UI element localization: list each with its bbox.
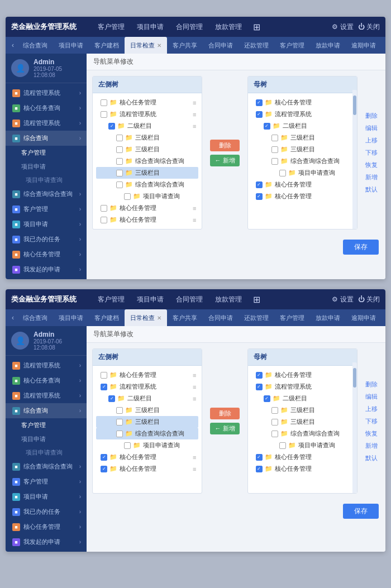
tab-close-icon[interactable]: ✕ bbox=[157, 315, 161, 321]
tab-item[interactable]: 还款管理 bbox=[239, 37, 274, 54]
right-action-恢复[interactable]: 恢复 bbox=[365, 428, 378, 439]
right-action-默认[interactable]: 默认 bbox=[365, 453, 378, 463]
tree-item-left-2[interactable]: ✓ 📁 二级栏目 ≡ bbox=[96, 120, 198, 132]
tree-checkbox[interactable]: ✓ bbox=[101, 454, 107, 461]
tab-item[interactable]: 客户管理 bbox=[274, 37, 310, 54]
tree-item-left-5[interactable]: 📁 综合查询综合查询 bbox=[96, 428, 198, 439]
sidebar-sub-item[interactable]: 项目申请 bbox=[6, 432, 87, 446]
tree-checkbox-right[interactable] bbox=[271, 407, 278, 414]
tree-item-left-1[interactable]: 📁 流程管理系统 ≡ bbox=[96, 108, 198, 120]
tree-item-left-10[interactable]: 📁 核心任务管理 ≡ bbox=[96, 214, 198, 226]
tree-item-right-5[interactable]: 📁 综合查询综合查询 bbox=[251, 428, 354, 439]
right-action-编辑[interactable]: 编辑 bbox=[365, 391, 378, 402]
sidebar-sub-item[interactable]: 客户管理 bbox=[6, 146, 87, 160]
tab-item[interactable]: 项目申请 bbox=[382, 37, 385, 54]
top-nav-item[interactable]: 放款管理 bbox=[209, 289, 247, 309]
tab-item[interactable]: 合同申请 bbox=[203, 37, 239, 54]
tab-item[interactable]: 放款申请 bbox=[310, 309, 346, 326]
grid-menu-icon[interactable]: ⊞ bbox=[249, 22, 265, 32]
right-action-新增[interactable]: 新增 bbox=[365, 172, 378, 183]
sidebar-menu-item[interactable]: ■ 流程管理系统 › bbox=[6, 358, 87, 373]
tree-checkbox-right[interactable]: ✓ bbox=[256, 454, 263, 461]
tree-checkbox-right[interactable]: ✓ bbox=[264, 395, 270, 402]
tree-item-right-8[interactable]: ✓ 📁 核心任务管理 bbox=[251, 190, 354, 202]
tree-item-left-4[interactable]: 📁 三级栏目 bbox=[96, 144, 198, 155]
tree-checkbox[interactable] bbox=[116, 146, 123, 153]
menu-icon[interactable]: ≡ bbox=[193, 99, 196, 106]
tree-checkbox[interactable] bbox=[124, 193, 131, 200]
tree-item-left-4[interactable]: 📁 三级栏目 bbox=[96, 416, 198, 428]
tree-checkbox-right[interactable] bbox=[279, 170, 286, 176]
tree-checkbox[interactable] bbox=[116, 431, 123, 437]
tree-item-left-2[interactable]: ✓ 📁 二级栏目 ≡ bbox=[96, 393, 198, 404]
tree-checkbox[interactable] bbox=[116, 158, 123, 165]
tree-item-right-0[interactable]: ✓ 📁 核心任务管理 bbox=[251, 97, 354, 108]
sidebar-menu-item[interactable]: ■ 综合查询 › bbox=[6, 403, 87, 418]
tree-checkbox[interactable] bbox=[124, 442, 131, 449]
tree-checkbox[interactable] bbox=[101, 111, 107, 118]
sidebar-menu-item[interactable]: ■ 综合查询 › bbox=[6, 131, 87, 146]
menu-icon[interactable]: ≡ bbox=[193, 123, 196, 130]
tree-item-right-7[interactable]: ✓ 📁 核心任务管理 bbox=[251, 179, 354, 190]
tab-item[interactable]: 日常检查✕ bbox=[125, 309, 167, 326]
tab-item[interactable]: 综合查询 bbox=[17, 309, 53, 326]
tab-close-icon[interactable]: ✕ bbox=[157, 42, 161, 49]
tree-checkbox-right[interactable]: ✓ bbox=[256, 99, 263, 106]
tree-checkbox[interactable] bbox=[101, 99, 107, 106]
tree-item-left-3[interactable]: 📁 三级栏目 bbox=[96, 132, 198, 144]
tree-item-left-3[interactable]: 📁 三级栏目 bbox=[96, 404, 198, 416]
tree-checkbox[interactable] bbox=[101, 217, 107, 223]
save-button[interactable]: 保存 bbox=[343, 504, 379, 519]
tab-item[interactable]: 客户建档 bbox=[89, 37, 125, 54]
tree-item-left-0[interactable]: 📁 核心任务管理 ≡ bbox=[96, 369, 198, 381]
menu-icon[interactable]: ≡ bbox=[193, 395, 196, 402]
menu-icon[interactable]: ≡ bbox=[193, 384, 196, 390]
tree-item-left-8[interactable]: ✓ 📁 核心任务管理 ≡ bbox=[96, 463, 198, 475]
tree-checkbox-right[interactable] bbox=[271, 419, 278, 426]
tree-checkbox[interactable] bbox=[101, 372, 107, 379]
tree-checkbox[interactable]: ✓ bbox=[101, 384, 107, 390]
tab-item[interactable]: 客户共享 bbox=[167, 309, 203, 326]
sidebar-menu-item[interactable]: ■ 我发起的申请 › bbox=[6, 534, 87, 549]
tree-item-right-2[interactable]: ✓ 📁 二级栏目 bbox=[251, 120, 354, 132]
menu-icon[interactable]: ≡ bbox=[193, 217, 196, 223]
tree-checkbox[interactable] bbox=[116, 407, 123, 414]
menu-icon[interactable]: ≡ bbox=[193, 372, 196, 379]
top-right-power[interactable]: ⏻ 关闭 bbox=[358, 295, 380, 304]
sidebar-sub-item[interactable]: 项目申请 bbox=[6, 160, 87, 174]
tree-item-left-0[interactable]: 📁 核心任务管理 ≡ bbox=[96, 97, 198, 108]
tree-item-left-6[interactable]: 📁 三级栏目 bbox=[96, 167, 198, 179]
right-action-上移[interactable]: 上移 bbox=[365, 135, 378, 146]
menu-icon[interactable]: ≡ bbox=[193, 111, 196, 118]
tree-item-right-4[interactable]: 📁 三级栏目 bbox=[251, 416, 354, 428]
tree-item-right-2[interactable]: ✓ 📁 二级栏目 bbox=[251, 393, 354, 404]
action-btn-new[interactable]: ← 新增 bbox=[210, 423, 239, 434]
tree-item-right-4[interactable]: 📁 三级栏目 bbox=[251, 144, 354, 155]
tree-checkbox-right[interactable]: ✓ bbox=[264, 123, 270, 130]
right-action-编辑[interactable]: 编辑 bbox=[365, 123, 378, 133]
tab-prev-arrow[interactable]: ‹ bbox=[8, 41, 17, 49]
sidebar-menu-item[interactable]: ■ 流程管理系统 › bbox=[6, 388, 87, 403]
tab-item[interactable]: 客户建档 bbox=[89, 309, 125, 326]
right-action-下移[interactable]: 下移 bbox=[365, 147, 378, 158]
grid-menu-icon[interactable]: ⊞ bbox=[249, 294, 265, 305]
tree-checkbox-right[interactable] bbox=[271, 158, 278, 165]
tab-item[interactable]: 项目申请 bbox=[53, 37, 89, 54]
tree-checkbox[interactable] bbox=[116, 181, 123, 188]
top-nav-item[interactable]: 客户管理 bbox=[92, 17, 130, 37]
menu-icon[interactable]: ≡ bbox=[193, 205, 196, 212]
sidebar-menu-item[interactable]: ■ 核心任务查询 › bbox=[6, 373, 87, 388]
tab-item[interactable]: 逾期申请 bbox=[346, 309, 382, 326]
sidebar-menu-item[interactable]: ■ 综合查询综合查询 › bbox=[6, 187, 87, 202]
scrollbar-track[interactable] bbox=[352, 362, 357, 493]
top-nav-item[interactable]: 客户管理 bbox=[92, 289, 130, 309]
tree-checkbox[interactable]: ✓ bbox=[101, 466, 107, 472]
tab-item[interactable]: 综合查询 bbox=[17, 37, 53, 54]
tab-item[interactable]: 还款管理 bbox=[239, 309, 274, 326]
tree-checkbox-right[interactable]: ✓ bbox=[256, 372, 263, 379]
tree-item-left-9[interactable]: 📁 核心任务管理 ≡ bbox=[96, 202, 198, 214]
tree-item-right-5[interactable]: 📁 综合查询综合查询 bbox=[251, 155, 354, 167]
sidebar-sub-item[interactable]: 客户管理 bbox=[6, 418, 87, 432]
tree-checkbox-right[interactable]: ✓ bbox=[256, 111, 263, 118]
top-nav-item[interactable]: 放款管理 bbox=[209, 17, 247, 37]
